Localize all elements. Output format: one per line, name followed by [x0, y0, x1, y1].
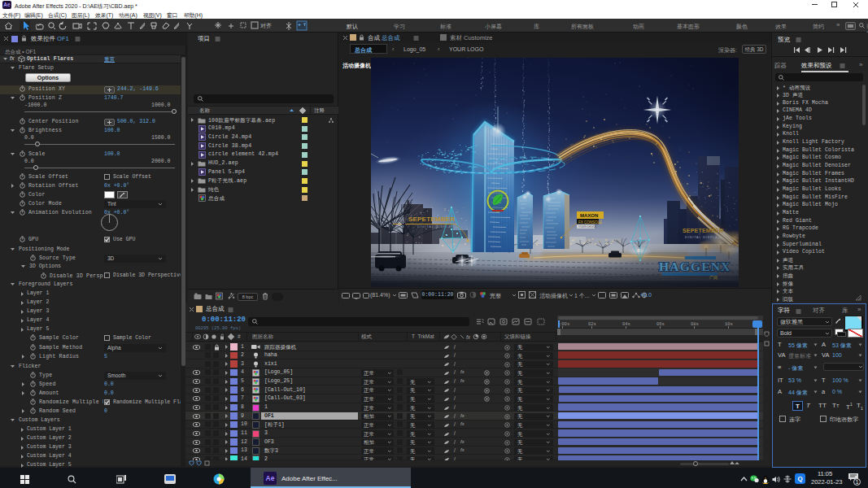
svg-text:对齐: 对齐 — [260, 23, 272, 28]
svg-text:fx: fx — [466, 334, 471, 340]
